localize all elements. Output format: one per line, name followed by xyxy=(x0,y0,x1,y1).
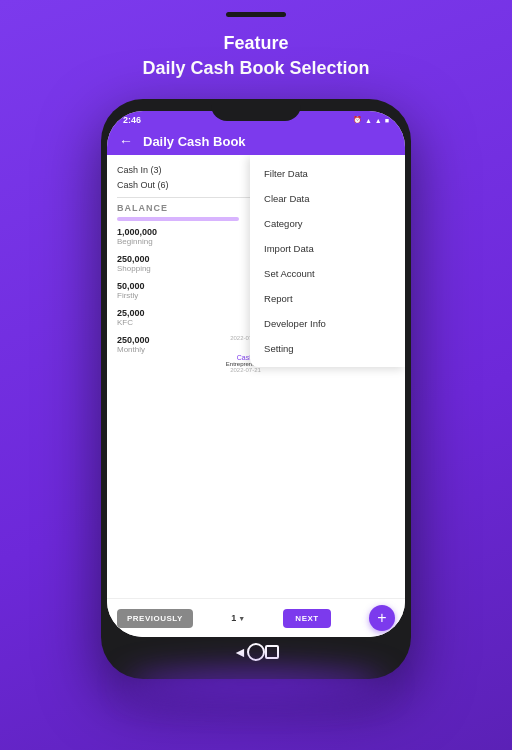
recent-nav-button[interactable] xyxy=(265,645,279,659)
list-item: 25,000 KFC xyxy=(117,308,261,327)
list-item: 50,000 Firstly xyxy=(117,281,261,300)
transaction-label: Shopping xyxy=(117,264,261,273)
feature-label: Feature xyxy=(223,33,288,53)
fab-button[interactable]: + xyxy=(369,605,395,631)
transaction-label: Firstly xyxy=(117,291,261,300)
transaction-amount: 25,000 xyxy=(117,308,261,318)
feature-title: Feature Daily Cash Book Selection xyxy=(142,31,369,81)
status-icons: ⏰ ▲ ▲ ■ xyxy=(353,116,389,124)
signal-icon: ▲ xyxy=(365,117,372,124)
left-panel: Cash In (3) Cash Out (6) BALANCE 1,000,0… xyxy=(107,155,271,598)
cash-summary: Cash In (3) Cash Out (6) xyxy=(117,163,261,192)
balance-bar xyxy=(117,217,239,221)
back-nav-icon[interactable]: ◄ xyxy=(233,644,247,660)
page-selector: 1 ▼ xyxy=(231,613,245,623)
transaction-amount: 50,000 xyxy=(117,281,261,291)
dropdown-item-filter[interactable]: Filter Data xyxy=(250,161,405,186)
page-dropdown-arrow[interactable]: ▼ xyxy=(238,615,245,622)
phone-shadow xyxy=(126,669,386,699)
transaction-label: Beginning xyxy=(117,237,261,246)
dropdown-item-clear[interactable]: Clear Data xyxy=(250,186,405,211)
app-title: Daily Cash Book xyxy=(143,134,246,149)
top-bar xyxy=(226,12,286,17)
dropdown-item-report[interactable]: Report xyxy=(250,286,405,311)
list-item: 250,000 Shopping xyxy=(117,254,261,273)
app-header: ← Daily Cash Book xyxy=(107,127,405,155)
dropdown-item-import[interactable]: Import Data xyxy=(250,236,405,261)
cash-in-summary: Cash In (3) xyxy=(117,163,261,177)
phone-frame: 2:46 ⏰ ▲ ▲ ■ ← Daily Cash Book Cash In (… xyxy=(101,99,411,679)
transaction-amount: 250,000 xyxy=(117,254,261,264)
transaction-amount: 1,000,000 xyxy=(117,227,261,237)
feature-subtitle: Daily Cash Book Selection xyxy=(142,58,369,78)
transaction-label: Monthly xyxy=(117,345,261,354)
transaction-date-2: 2022-07-21 xyxy=(117,367,261,373)
divider-1 xyxy=(117,197,261,198)
cash-out-summary: Cash Out (6) xyxy=(117,178,261,192)
dropdown-item-setting[interactable]: Setting xyxy=(250,336,405,361)
previously-button[interactable]: PREVIOUSLY xyxy=(117,609,193,628)
home-nav-button[interactable] xyxy=(247,643,265,661)
cash-in-tag: Cash In xyxy=(117,354,261,361)
bottom-nav: PREVIOUSLY 1 ▼ NEXT + xyxy=(107,598,405,637)
main-content: Cash In (3) Cash Out (6) BALANCE 1,000,0… xyxy=(107,155,405,598)
next-button[interactable]: NEXT xyxy=(283,609,330,628)
dropdown-item-category[interactable]: Category xyxy=(250,211,405,236)
dropdown-item-developer[interactable]: Developer Info xyxy=(250,311,405,336)
list-item: 2022-07-21 250,000 Monthly Cash In Entre… xyxy=(117,335,261,373)
transaction-label: KFC xyxy=(117,318,261,327)
back-button[interactable]: ← xyxy=(119,133,133,149)
status-time: 2:46 xyxy=(123,115,141,125)
wifi-icon: ▲ xyxy=(375,117,382,124)
page-number: 1 xyxy=(231,613,236,623)
battery-icon: ■ xyxy=(385,117,389,124)
balance-label: BALANCE xyxy=(117,203,261,213)
phone-home-bar: ◄ xyxy=(213,637,299,669)
alarm-icon: ⏰ xyxy=(353,116,362,124)
phone-screen: 2:46 ⏰ ▲ ▲ ■ ← Daily Cash Book Cash In (… xyxy=(107,111,405,637)
dropdown-item-account[interactable]: Set Account xyxy=(250,261,405,286)
phone-notch xyxy=(211,99,301,121)
list-item: 1,000,000 Beginning xyxy=(117,227,261,246)
dropdown-menu: Filter Data Clear Data Category Import D… xyxy=(250,155,405,367)
transaction-list: 1,000,000 Beginning 250,000 Shopping 50,… xyxy=(117,227,261,373)
